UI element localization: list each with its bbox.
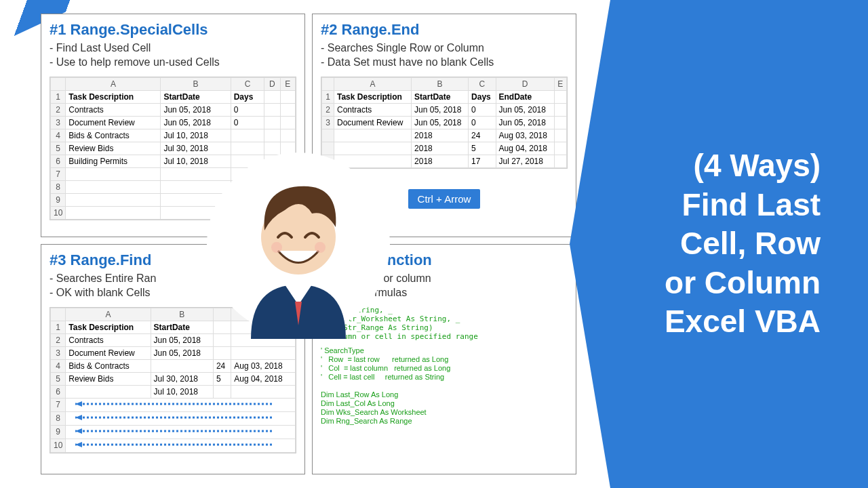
avatar-illustration — [203, 149, 393, 339]
svg-point-11 — [315, 242, 326, 253]
panel1-title: #1 Range.SpecialCells — [50, 21, 296, 39]
ctrl-arrow-badge: Ctrl + Arrow — [408, 189, 481, 209]
title-line3: Cell, Row — [665, 224, 821, 264]
title-line2: Find Last — [665, 186, 821, 225]
title-line5: Excel VBA — [665, 302, 821, 342]
panel4-code2: ' SearchType ' Row = last row returned a… — [321, 346, 568, 426]
svg-marker-1 — [75, 401, 82, 407]
title-text: (4 Ways) Find Last Cell, Row or Column E… — [665, 146, 834, 342]
title-line4: or Column — [665, 264, 821, 303]
panel1-bullet1: - Find Last Used Cell — [50, 41, 296, 56]
title-line1: (4 Ways) — [665, 146, 821, 186]
panel2-bullet1: - Searches Single Row or Column — [321, 41, 568, 56]
panel2-title: #2 Range.End — [321, 21, 568, 39]
panel1-bullet2: - Use to help remove un-used Cells — [50, 56, 296, 70]
svg-point-10 — [271, 242, 282, 253]
svg-marker-5 — [75, 428, 82, 434]
svg-marker-3 — [75, 415, 82, 420]
right-title-panel: (4 Ways) Find Last Cell, Row or Column E… — [610, 0, 868, 488]
panel2-bullet2: - Data Set must have no blank Cells — [321, 56, 568, 70]
svg-marker-7 — [75, 442, 82, 447]
